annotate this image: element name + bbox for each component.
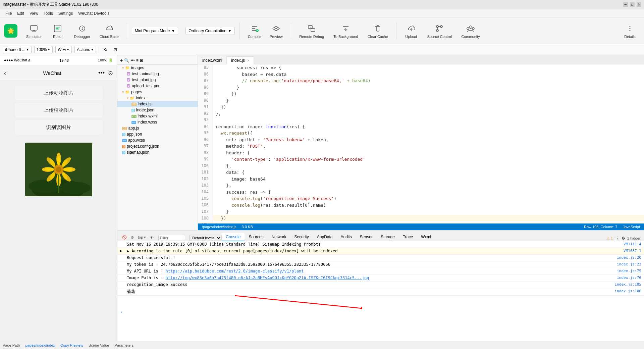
devtools-tab-wxml[interactable]: Wxml — [417, 233, 435, 241]
fit-button[interactable]: ⊡ — [112, 47, 119, 53]
compile-icon — [249, 23, 260, 34]
compilation-selector[interactable]: Ordinary Compilation ▼ — [185, 27, 235, 35]
clear-cache-button[interactable]: Clear Cache — [364, 22, 391, 40]
tab-index-js[interactable]: index.js ✕ — [227, 56, 254, 64]
mode-selector[interactable]: Mini Program Mode ▼ — [132, 27, 178, 35]
devtools-tab-sensor[interactable]: Sensor — [356, 233, 377, 241]
phone-record-icon[interactable]: ⊙ — [108, 69, 113, 77]
collapse-tree-icon[interactable]: ≡ — [136, 58, 139, 63]
tree-item-app-wxss[interactable]: ≈≈app.wxss — [117, 137, 198, 143]
devtools-panel: 🚫 ⊙ top ▾ 👁 Default levels ConsoleSource… — [117, 230, 644, 341]
console-link[interactable]: https://aip.baidubce.com/rest/2.0/image-… — [166, 269, 304, 273]
console-filter-input[interactable] — [158, 235, 185, 241]
preview-button[interactable]: Preview — [266, 22, 286, 40]
minimize-button[interactable]: ─ — [623, 2, 628, 7]
copy-preview-label[interactable]: Copy Preview — [60, 343, 83, 347]
console-row-source[interactable]: index.js:23 — [601, 262, 641, 266]
device-selector[interactable]: iPhone 6 ... ▼ — [3, 46, 32, 53]
debugger-button[interactable]: Debugger — [70, 22, 93, 40]
maximize-button[interactable]: □ — [630, 2, 635, 7]
tree-item-project-config-json[interactable]: {}project.config.json — [117, 143, 198, 149]
tree-item-app-js[interactable]: JSapp.js — [117, 125, 198, 131]
devtools-tab-storage[interactable]: Storage — [377, 233, 399, 241]
line-number: 92 — [198, 110, 213, 117]
details-button[interactable]: Details — [620, 22, 640, 40]
identify-image-button[interactable]: 识别该图片 — [15, 120, 102, 135]
devtools-eye-icon[interactable]: 👁 — [148, 234, 156, 241]
console-row-source[interactable]: index.js:75 — [601, 269, 641, 273]
upload-plant-button[interactable]: 上传植物图片 — [15, 103, 102, 117]
console-row-source[interactable]: index.js:76 — [601, 276, 641, 280]
tree-item-test_plant-jpg[interactable]: 🖼test_plant.jpg — [117, 77, 198, 83]
upload-animal-button[interactable]: 上传动物图片 — [15, 86, 102, 100]
tree-item-app-json[interactable]: {}app.json — [117, 131, 198, 137]
devtools-tab-network[interactable]: Network — [267, 233, 290, 241]
close-button[interactable]: ✕ — [637, 2, 641, 7]
editor-button[interactable]: Editor — [48, 22, 68, 40]
line-content: header: { — [213, 150, 644, 156]
line-number: 85 — [198, 64, 213, 71]
tree-item-test_animal-jpg[interactable]: 🖼test_animal.jpg — [117, 71, 198, 77]
devtools-tab-appdata[interactable]: AppData — [313, 233, 337, 241]
line-number: 89 — [198, 91, 213, 97]
console-levels-select[interactable]: Default levels — [189, 235, 222, 241]
menu-settings[interactable]: Settings — [56, 10, 75, 16]
menu-file[interactable]: File — [3, 10, 14, 16]
menu-wechat-devtools[interactable]: WeChat Devtools — [75, 10, 112, 16]
file-language: JavaScript — [623, 225, 640, 229]
console-row-source[interactable]: VM1087:1 — [601, 249, 641, 253]
source-control-button[interactable]: Source Control — [424, 22, 455, 40]
tab-index-wxml[interactable]: index.wxml — [198, 56, 226, 64]
devtools-tab-security[interactable]: Security — [290, 233, 313, 241]
devtools-tab-console[interactable]: Console — [222, 233, 245, 241]
devtools-context-icon[interactable]: top ▾ — [136, 234, 148, 241]
devtools-regex-icon[interactable] — [185, 238, 189, 241]
upload-button[interactable]: Upload — [401, 22, 421, 40]
tree-item-images[interactable]: ▾ 📁images — [117, 65, 198, 71]
compile-button[interactable]: Compile — [245, 22, 265, 40]
search-tree-icon[interactable]: 🔍 — [124, 58, 129, 63]
phone-more-icon[interactable]: ••• — [98, 69, 105, 77]
devtools-refresh-icon[interactable]: ⊙ — [129, 234, 136, 241]
actions-selector[interactable]: Actions ▼ — [74, 46, 96, 53]
code-line-94: 94recognition_image: function(res) { — [198, 123, 644, 130]
simulator-button[interactable]: Simulator — [23, 22, 45, 40]
code-editor[interactable]: 85 success: res => {86 base64 = res.data… — [198, 64, 644, 223]
tree-item-index[interactable]: ▾ 📁index — [117, 95, 198, 101]
menu-tools[interactable]: Tools — [41, 10, 56, 16]
community-button[interactable]: Community — [458, 22, 483, 40]
tree-item-index-json[interactable]: {}index.json — [117, 107, 198, 113]
remote-debug-button[interactable]: Remote Debug — [296, 22, 327, 40]
menu-view[interactable]: View — [27, 10, 41, 16]
cloudbase-button[interactable]: Cloud Base — [96, 22, 122, 40]
console-row-source[interactable]: index.js:20 — [601, 255, 641, 260]
tree-item-index-wxss[interactable]: ≈≈index.wxss — [117, 119, 198, 125]
network-selector[interactable]: WiFi ▼ — [55, 46, 72, 53]
tree-item-pages[interactable]: ▾ 📁pages — [117, 89, 198, 95]
rotate-button[interactable]: ⟲ — [102, 47, 109, 53]
console-row-source[interactable]: index.js:105 — [601, 282, 641, 287]
devtools-clear-icon[interactable]: 🚫 — [120, 234, 129, 241]
window-controls[interactable]: ─ □ ✕ — [623, 2, 641, 7]
to-background-button[interactable]: To Background — [330, 22, 361, 40]
devtools-dots-icon[interactable]: ⋮ — [615, 236, 620, 241]
file-icon: ▾ 📁 — [127, 96, 135, 100]
more-tree-icon[interactable]: ••• — [130, 58, 135, 63]
devtools-settings-icon[interactable]: ⚙ — [622, 236, 625, 241]
tree-item-sitemap-json[interactable]: {}sitemap.json — [117, 149, 198, 155]
menu-edit[interactable]: Edit — [14, 10, 27, 16]
zoom-selector[interactable]: 100% ▼ — [34, 46, 53, 53]
line-number: 94 — [198, 123, 213, 130]
tree-item-index-js[interactable]: JSindex.js — [117, 101, 198, 107]
devtools-tab-audits[interactable]: Audits — [337, 233, 356, 241]
console-row-source[interactable]: VM1111:4 — [601, 242, 641, 246]
devtools-tab-trace[interactable]: Trace — [399, 233, 417, 241]
filter-tree-icon[interactable]: ⊞ — [140, 58, 143, 63]
tab-js-close-icon[interactable]: ✕ — [247, 59, 250, 62]
console-link[interactable]: http://tmp/wx83e3a6b7a475f480.o6zAJs2aRH… — [166, 276, 369, 280]
new-file-icon[interactable]: + — [120, 58, 123, 63]
devtools-tab-sources[interactable]: Sources — [245, 233, 267, 241]
console-row-source[interactable]: index.js:106 — [601, 289, 641, 293]
tree-item-upload_test-png[interactable]: 🖼upload_test.png — [117, 83, 198, 89]
tree-item-index-wxml[interactable]: <>index.wxml — [117, 113, 198, 119]
